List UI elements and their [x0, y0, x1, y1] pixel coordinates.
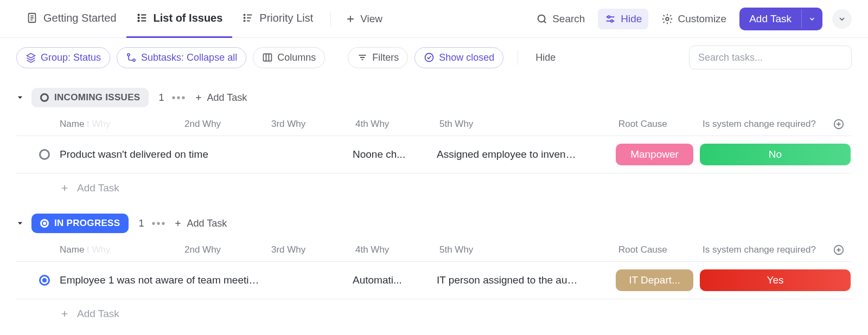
add-task-label: Add Task — [207, 92, 247, 104]
add-task-group-button[interactable]: Add Task — [174, 218, 227, 229]
tab-getting-started[interactable]: Getting Started — [16, 0, 126, 38]
hide-label: Hide — [621, 13, 642, 25]
add-task-button[interactable]: Add Task — [739, 8, 801, 30]
task-row[interactable]: Product wasn't delivered on time Noone c… — [16, 136, 852, 173]
tab-priority-list[interactable]: Priority List — [232, 0, 323, 38]
svg-point-11 — [127, 54, 130, 56]
task-name[interactable]: Employee 1 was not aware of team meeti… — [60, 274, 353, 286]
column-headers: Name t Why 2nd Why 3rd Why 4th Why 5th W… — [16, 239, 852, 262]
col-5th-why[interactable]: 5th Why — [439, 119, 618, 130]
add-task-group-button[interactable]: Add Task — [194, 92, 247, 104]
svg-point-1 — [138, 14, 139, 15]
search-placeholder: Search tasks... — [698, 52, 763, 63]
root-cause-badge[interactable]: IT Depart... — [616, 269, 693, 291]
tab-label: Getting Started — [43, 12, 117, 24]
priority-list-icon — [242, 12, 254, 24]
task-row[interactable]: Employee 1 was not aware of team meeti… … — [16, 262, 852, 299]
topbar-right: Search Hide Customize Add Task — [529, 8, 852, 30]
col-system-change[interactable]: Is system change required? — [703, 119, 833, 130]
subtasks-pill[interactable]: Subtasks: Collapse all — [117, 47, 246, 68]
layers-icon — [25, 52, 36, 63]
hide-filters-button[interactable]: Hide — [535, 52, 556, 63]
cell-4th-why[interactable]: Automati... — [353, 274, 437, 286]
add-task-label: Add Task — [749, 13, 792, 24]
columns-icon — [262, 52, 273, 63]
status-pill-in-progress[interactable]: IN PROGRESS — [31, 214, 129, 233]
plus-icon — [60, 309, 69, 319]
group-by-pill[interactable]: Group: Status — [16, 47, 110, 68]
svg-point-12 — [133, 59, 135, 61]
svg-point-2 — [138, 17, 139, 18]
column-headers: Name t Why 2nd Why 3rd Why 4th Why 5th W… — [16, 113, 852, 136]
status-dot-icon — [40, 219, 49, 228]
more-options-button[interactable]: ••• — [151, 217, 166, 230]
col-4th-why[interactable]: 4th Why — [355, 119, 439, 130]
collapse-panel-button[interactable] — [832, 9, 852, 29]
divider — [330, 11, 331, 27]
sliders-icon — [604, 13, 616, 25]
col-system-change[interactable]: Is system change required? — [703, 244, 833, 255]
filters-label: Filters — [372, 52, 399, 63]
svg-point-9 — [611, 20, 613, 22]
subtask-icon — [126, 52, 137, 63]
status-label: IN PROGRESS — [54, 218, 120, 229]
check-circle-icon — [424, 52, 435, 63]
collapse-group-button[interactable] — [16, 220, 24, 227]
col-3rd-why[interactable]: 3rd Why — [271, 244, 355, 255]
task-status-toggle[interactable] — [16, 275, 60, 286]
task-name[interactable]: Product wasn't delivered on time — [60, 149, 353, 160]
filter-icon — [357, 52, 368, 63]
top-tabs-bar: Getting Started List of Issues Priority … — [0, 0, 868, 38]
plus-icon — [194, 93, 203, 102]
svg-point-3 — [138, 20, 139, 21]
col-root-cause[interactable]: Root Cause — [618, 244, 703, 255]
col-4th-why[interactable]: 4th Why — [355, 244, 439, 255]
search-button[interactable]: Search — [529, 9, 591, 29]
add-column-button[interactable] — [833, 118, 854, 130]
search-tasks-input[interactable]: Search tasks... — [689, 46, 852, 69]
col-5th-why[interactable]: 5th Why — [439, 244, 618, 255]
col-name[interactable]: Name t Why — [60, 244, 184, 255]
chevron-down-icon — [808, 15, 816, 23]
plus-icon — [60, 183, 69, 193]
system-change-badge[interactable]: Yes — [700, 269, 851, 291]
root-cause-badge[interactable]: Manpower — [616, 144, 693, 165]
col-2nd-why[interactable]: 2nd Why — [184, 119, 271, 130]
cell-4th-why[interactable]: Noone ch... — [353, 149, 437, 160]
status-circle-icon — [39, 275, 50, 286]
add-column-button[interactable] — [833, 244, 854, 256]
task-status-toggle[interactable] — [16, 149, 60, 160]
group-count: 1 — [138, 218, 144, 229]
tab-label: List of Issues — [154, 12, 223, 24]
collapse-group-button[interactable] — [16, 94, 24, 101]
group-header: INCOMING ISSUES 1 ••• Add Task — [16, 82, 852, 113]
cell-5th-why[interactable]: Assigned employee to inven… — [437, 149, 616, 160]
system-change-badge[interactable]: No — [700, 144, 851, 165]
show-closed-pill[interactable]: Show closed — [414, 47, 503, 68]
filters-pill[interactable]: Filters — [348, 47, 408, 68]
chevron-down-icon — [838, 15, 846, 23]
cell-5th-why[interactable]: IT person assigned to the au… — [437, 274, 616, 286]
tab-list-of-issues[interactable]: List of Issues — [126, 0, 233, 38]
status-dot-icon — [40, 93, 49, 102]
add-task-label: Add Task — [77, 182, 119, 194]
columns-pill[interactable]: Columns — [253, 47, 325, 68]
svg-point-14 — [425, 54, 433, 62]
col-3rd-why[interactable]: 3rd Why — [271, 119, 355, 130]
add-task-row[interactable]: Add Task — [16, 173, 852, 203]
search-icon — [536, 13, 548, 25]
add-task-row[interactable]: Add Task — [16, 299, 852, 328]
show-closed-label: Show closed — [439, 52, 494, 63]
add-task-dropdown[interactable] — [801, 10, 822, 28]
view-label: View — [360, 13, 382, 25]
col-root-cause[interactable]: Root Cause — [618, 119, 703, 130]
status-label: INCOMING ISSUES — [54, 92, 140, 103]
group-incoming-issues: INCOMING ISSUES 1 ••• Add Task Name t Wh… — [0, 77, 868, 203]
col-name[interactable]: Name t Why — [60, 119, 184, 130]
col-2nd-why[interactable]: 2nd Why — [184, 244, 271, 255]
more-options-button[interactable]: ••• — [171, 92, 186, 104]
hide-button[interactable]: Hide — [598, 9, 648, 29]
add-view-button[interactable]: View — [339, 9, 389, 29]
status-pill-incoming[interactable]: INCOMING ISSUES — [31, 88, 149, 107]
customize-button[interactable]: Customize — [655, 9, 733, 29]
